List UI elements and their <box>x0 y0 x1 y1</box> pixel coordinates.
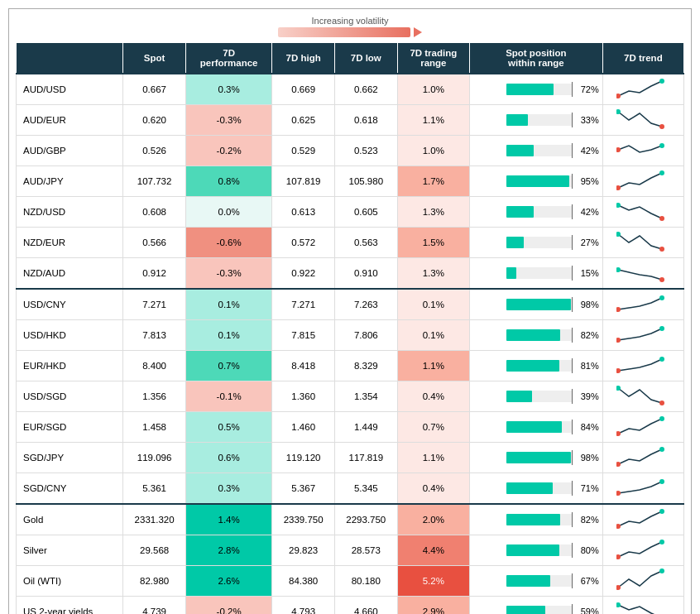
high-value: 119.120 <box>272 443 335 473</box>
table-header-row: Spot 7Dperformance 7D high 7D low 7D tra… <box>17 43 684 74</box>
svg-point-28 <box>616 524 621 529</box>
table-row: SGD/JPY119.0960.6%119.120117.8191.1%98% <box>17 443 684 473</box>
low-value: 7.806 <box>334 320 397 351</box>
trend-cell <box>602 136 683 166</box>
range-value: 1.3% <box>397 258 469 290</box>
spot-bar-fill <box>506 145 535 156</box>
bar-divider <box>572 604 573 614</box>
spot-value: 2331.320 <box>123 504 186 535</box>
high-value: 0.922 <box>272 258 335 290</box>
spot-bar-fill <box>506 606 545 614</box>
trend-sparkline <box>616 414 670 439</box>
trend-cell <box>602 381 683 412</box>
col-7d-trend: 7D trend <box>602 43 683 74</box>
perf-value: 0.7% <box>185 351 271 381</box>
table-row: USD/CNY7.2710.1%7.2717.2630.1%98% <box>17 289 684 320</box>
spot-pct-label: 42% <box>576 207 599 217</box>
pair-label: Gold <box>17 504 123 535</box>
pair-label: EUR/HKD <box>17 351 123 381</box>
pair-label: Silver <box>17 535 123 566</box>
svg-point-9 <box>659 216 664 221</box>
table-row: SGD/CNY5.3610.3%5.3675.3450.4%71% <box>17 473 684 505</box>
svg-point-7 <box>659 170 664 175</box>
spot-value: 82.980 <box>123 566 186 597</box>
table-row: USD/SGD1.356-0.1%1.3601.3540.4%39% <box>17 381 684 412</box>
col-spot: Spot <box>123 43 186 74</box>
trend-cell <box>602 504 683 535</box>
pair-label: AUD/EUR <box>17 105 123 136</box>
low-value: 105.980 <box>334 166 397 197</box>
col-7d-range: 7D tradingrange <box>397 43 469 74</box>
spot-position-cell: 84% <box>470 412 603 443</box>
trend-sparkline <box>616 107 670 132</box>
svg-point-0 <box>616 94 621 98</box>
low-value: 4.660 <box>334 597 397 615</box>
trend-cell <box>602 289 683 320</box>
svg-point-33 <box>659 568 664 573</box>
perf-value: -0.2% <box>185 597 271 615</box>
spot-pct-label: 59% <box>576 607 599 614</box>
table-row: NZD/AUD0.912-0.3%0.9220.9101.3%15% <box>17 258 684 290</box>
trend-sparkline <box>616 568 670 592</box>
svg-point-19 <box>659 357 664 362</box>
spot-position-cell: 80% <box>470 535 603 566</box>
perf-value: 0.8% <box>185 166 271 197</box>
bar-divider <box>572 266 573 281</box>
spot-position-cell: 33% <box>470 105 603 136</box>
pair-label: SGD/JPY <box>17 443 123 473</box>
range-value: 5.2% <box>397 566 469 597</box>
volatility-label: Increasing volatility <box>16 16 684 26</box>
col-7d-perf: 7Dperformance <box>185 43 271 74</box>
trend-cell <box>602 473 683 505</box>
spot-pct-label: 98% <box>576 300 599 309</box>
range-value: 1.1% <box>397 105 469 136</box>
svg-point-26 <box>616 491 621 496</box>
spot-value: 0.620 <box>123 105 186 136</box>
table-row: NZD/USD0.6080.0%0.6130.6051.3%42% <box>17 197 684 228</box>
range-value: 1.0% <box>397 74 469 105</box>
table-row: NZD/EUR0.566-0.6%0.5720.5631.5%27% <box>17 228 684 258</box>
high-value: 1.360 <box>272 381 335 412</box>
high-value: 0.669 <box>272 74 335 105</box>
low-value: 0.618 <box>334 105 397 136</box>
gradient-bar <box>278 27 410 37</box>
trend-sparkline <box>616 353 670 377</box>
pair-label: AUD/GBP <box>17 136 123 166</box>
range-value: 1.1% <box>397 351 469 381</box>
spot-pct-label: 72% <box>576 84 599 94</box>
svg-point-13 <box>659 277 664 282</box>
trend-cell <box>602 74 683 105</box>
bar-divider <box>572 358 573 373</box>
spot-pct-label: 15% <box>576 268 599 278</box>
perf-value: -0.1% <box>185 381 271 412</box>
table-row: EUR/SGD1.4580.5%1.4601.4490.7%84% <box>17 412 684 443</box>
perf-value: 2.6% <box>185 566 271 597</box>
high-value: 0.613 <box>272 197 335 228</box>
high-value: 4.793 <box>272 597 335 615</box>
svg-point-30 <box>616 554 621 559</box>
svg-point-22 <box>616 431 621 436</box>
trend-sparkline <box>616 598 670 614</box>
low-value: 117.819 <box>334 443 397 473</box>
bar-divider <box>572 297 573 312</box>
spot-position-cell: 82% <box>470 504 603 535</box>
trend-cell <box>602 597 683 615</box>
low-value: 7.263 <box>334 289 397 320</box>
high-value: 29.823 <box>272 535 335 566</box>
low-value: 2293.750 <box>334 504 397 535</box>
high-value: 1.460 <box>272 412 335 443</box>
high-value: 5.367 <box>272 473 335 505</box>
low-value: 0.662 <box>334 74 397 105</box>
pair-label: Oil (WTI) <box>17 566 123 597</box>
high-value: 2339.750 <box>272 504 335 535</box>
table-row: AUD/GBP0.526-0.2%0.5290.5231.0%42% <box>17 136 684 166</box>
spot-bar-fill <box>506 391 532 402</box>
range-value: 1.7% <box>397 166 469 197</box>
perf-value: 2.8% <box>185 535 271 566</box>
spot-position-cell: 95% <box>470 166 603 197</box>
perf-value: 0.1% <box>185 289 271 320</box>
perf-value: -0.3% <box>185 258 271 290</box>
svg-point-29 <box>659 509 664 514</box>
range-value: 2.9% <box>397 597 469 615</box>
range-value: 4.4% <box>397 535 469 566</box>
